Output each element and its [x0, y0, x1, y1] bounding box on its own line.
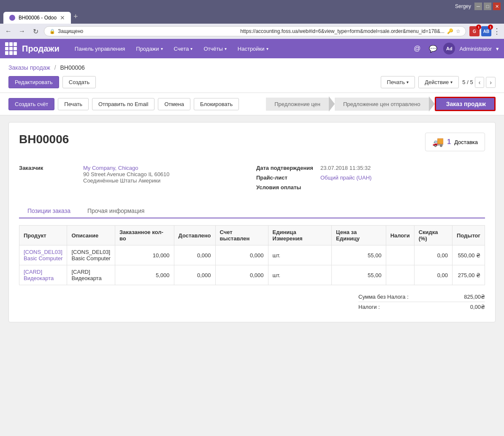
reload-button[interactable]: ↻ — [30, 26, 41, 36]
nav-item-reports[interactable]: Отчёты ▾ — [198, 42, 231, 55]
breadcrumb-separator: / — [54, 64, 56, 71]
user-menu-caret[interactable]: ▾ — [496, 46, 499, 52]
close-btn[interactable]: ✕ — [493, 3, 501, 10]
desc-main: [CONS_DEL03] — [71, 249, 110, 255]
block-button[interactable]: Блокировать — [194, 98, 239, 110]
browser-menu-icon[interactable]: ⋮ — [493, 27, 501, 36]
product-sub-link[interactable]: Видеокарта — [24, 275, 54, 281]
col-delivered: Доставлено — [174, 226, 215, 245]
chevron-down-icon: ▾ — [406, 80, 409, 84]
product-link[interactable]: [CONS_DEL03] — [24, 249, 62, 255]
col-uom: Единица Измерения — [268, 226, 331, 245]
tab-title: ВН00006 - Odoo — [19, 15, 57, 21]
customer-label: Заказчик — [19, 165, 78, 184]
status-step-3[interactable]: Заказ продаж — [435, 97, 496, 111]
cell-uom: шт. — [268, 265, 331, 285]
lock-icon: 🔒 — [49, 29, 55, 34]
nav-item-settings[interactable]: Настройки ▾ — [233, 42, 274, 55]
breadcrumb-parent[interactable]: Заказы продаж — [8, 64, 50, 71]
confirm-date-row: Дата подтверждения 23.07.2018 11:35:32 — [256, 165, 485, 171]
cell-qty-ordered: 5,000 — [115, 265, 174, 285]
star-icon[interactable]: ☆ — [456, 28, 461, 34]
tabs: Позиции заказа Прочая информация — [19, 204, 485, 218]
new-tab-button[interactable]: + — [71, 12, 81, 24]
pricelist-row: Прайс-лист Общий прайс (UAH) — [256, 174, 485, 181]
cancel-button[interactable]: Отмена — [158, 98, 190, 110]
cell-product[interactable]: [CONS_DEL03] Basic Computer — [19, 245, 67, 265]
col-discount: Скидка (%) — [414, 226, 452, 245]
main-content: ВН00006 🚚 1 Доставка Заказчик My Company… — [0, 115, 504, 329]
minimize-btn[interactable]: ─ — [474, 3, 482, 10]
cell-taxes — [386, 245, 414, 265]
table-row[interactable]: [CARD] Видеокарта [CARD] Видеокарта 5,00… — [19, 265, 485, 285]
customer-row: Заказчик My Company, Chicago 90 Street A… — [19, 165, 248, 184]
apps-grid-icon[interactable] — [5, 42, 18, 55]
cell-description: [CONS_DEL03] Basic Computer — [67, 245, 115, 265]
status-step-1[interactable]: Предложение цен — [266, 96, 335, 112]
nav-item-invoices[interactable]: Счета ▾ — [169, 42, 198, 55]
cell-uom: шт. — [268, 245, 331, 265]
address-bar[interactable]: 🔒 Защищено https://accounting.foss.ua/we… — [44, 26, 466, 36]
payment-row: Условия оплаты — [256, 184, 485, 191]
create-invoice-button[interactable]: Создать счёт — [8, 98, 54, 110]
status-label-quotation: Предложение цен — [266, 98, 329, 111]
print-button[interactable]: Печать ▾ — [381, 76, 415, 88]
confirm-date-label: Дата подтверждения — [256, 165, 315, 171]
edit-button[interactable]: Редактировать — [8, 76, 59, 88]
print2-button[interactable]: Печать — [58, 98, 89, 110]
browser-user: Sergey — [455, 3, 471, 9]
confirm-date-value: 23.07.2018 11:35:32 — [320, 165, 371, 171]
col-product: Продукт — [19, 226, 67, 245]
customer-address: 90 Street Avenue Chicago IL 60610 — [83, 171, 170, 177]
ext-icon-1[interactable]: G 1 — [469, 26, 480, 36]
bookmark-icon[interactable]: 🔑 — [447, 28, 453, 34]
col-subtotal: Подытог — [452, 226, 485, 245]
cell-product[interactable]: [CARD] Видеокарта — [19, 265, 67, 285]
create-button[interactable]: Создать — [62, 76, 96, 88]
customer-name[interactable]: My Company, Chicago — [83, 165, 138, 171]
delivery-badge[interactable]: 🚚 1 Доставка — [425, 133, 485, 151]
pagination: 5 / 5 ‹ › — [462, 77, 496, 88]
chevron-down-icon: ▾ — [190, 46, 192, 51]
browser-tab[interactable]: ВН00006 - Odoo ✕ — [3, 12, 71, 24]
next-record-button[interactable]: › — [486, 77, 496, 88]
cell-delivered: 0,000 — [174, 265, 215, 285]
totals-table: Сумма без Налога : 825,00₴ Налоги : 0,00… — [358, 292, 485, 312]
status-label-order: Заказ продаж — [435, 97, 496, 111]
back-button[interactable]: ← — [3, 26, 14, 36]
table-row[interactable]: [CONS_DEL03] Basic Computer [CONS_DEL03]… — [19, 245, 485, 265]
product-sub-link[interactable]: Basic Computer — [24, 255, 62, 262]
chevron-down-icon: ▾ — [161, 46, 163, 51]
action-button[interactable]: Действие ▾ — [418, 76, 459, 88]
email-icon[interactable]: @ — [411, 43, 423, 54]
tab-other-info[interactable]: Прочая информация — [79, 204, 153, 218]
col-price: Цена за Единицу — [332, 226, 386, 245]
truck-icon: 🚚 — [432, 136, 444, 147]
cell-subtotal: 550,00 ₴ — [452, 245, 485, 265]
order-lines-table: Продукт Описание Заказанное кол-во Доста… — [19, 225, 485, 285]
second-action-bar: Создать счёт Печать Отправить по Email О… — [0, 93, 504, 115]
avatar[interactable]: Ad — [443, 43, 455, 54]
status-step-2[interactable]: Предложение цен отправлено — [335, 96, 435, 112]
send-email-button[interactable]: Отправить по Email — [92, 98, 154, 110]
chat-icon[interactable]: 💬 — [427, 43, 439, 54]
pricelist-label: Прайс-лист — [256, 174, 315, 181]
form-card: ВН00006 🚚 1 Доставка Заказчик My Company… — [8, 122, 496, 322]
nav-item-dashboard[interactable]: Панель управления — [70, 42, 130, 55]
nav-item-sales[interactable]: Продажи ▾ — [131, 42, 168, 55]
tab-order-lines[interactable]: Позиции заказа — [19, 204, 79, 218]
tab-close-icon[interactable]: ✕ — [60, 14, 65, 21]
app-brand: Продажи — [22, 44, 60, 54]
pricelist-value[interactable]: Общий прайс (UAH) — [320, 174, 371, 181]
product-link[interactable]: [CARD] — [24, 269, 42, 275]
action-bar: Редактировать Создать Печать ▾ Действие … — [8, 76, 496, 88]
top-navigation: Продажи Панель управления Продажи ▾ Счет… — [0, 39, 504, 58]
user-name[interactable]: Administrator — [459, 46, 492, 52]
nav-menu: Панель управления Продажи ▾ Счета ▾ Отчё… — [70, 42, 412, 55]
forward-button[interactable]: → — [17, 26, 27, 36]
cell-discount: 0,00 — [414, 265, 452, 285]
subtotal-label: Сумма без Налога : — [358, 294, 409, 300]
ext-icon-2[interactable]: АВ 1 — [481, 26, 491, 36]
maximize-btn[interactable]: □ — [484, 3, 491, 10]
prev-record-button[interactable]: ‹ — [475, 77, 485, 88]
